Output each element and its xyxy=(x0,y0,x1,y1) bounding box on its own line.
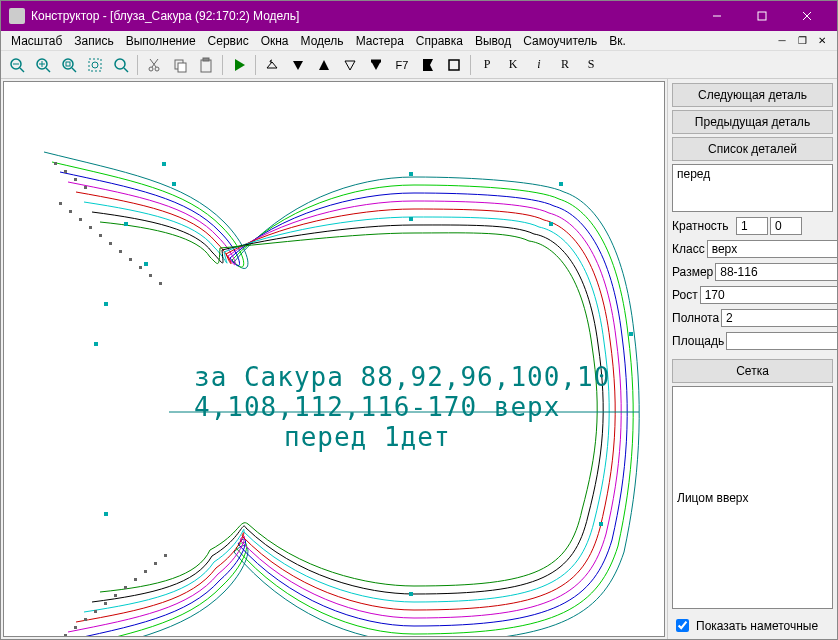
zoom-out-icon[interactable] xyxy=(5,53,29,77)
f7-button[interactable]: F7 xyxy=(390,53,414,77)
s-button[interactable]: S xyxy=(579,53,603,77)
svg-rect-56 xyxy=(69,210,72,213)
toolbar-separator xyxy=(222,55,223,75)
pattern-canvas[interactable]: за Сакура 88,92,96,100,10 4,108,112,116-… xyxy=(3,81,665,637)
side-panel: Следующая деталь Предыдущая деталь Списо… xyxy=(667,79,837,639)
menu-vyvod[interactable]: Вывод xyxy=(469,32,517,50)
menu-vypolnenie[interactable]: Выполнение xyxy=(120,32,202,50)
menu-samouchitel[interactable]: Самоучитель xyxy=(517,32,603,50)
menu-mastera[interactable]: Мастера xyxy=(350,32,410,50)
svg-rect-67 xyxy=(64,634,67,637)
kratnost-input-1[interactable] xyxy=(736,217,768,235)
kratnost-label: Кратность xyxy=(672,219,734,233)
svg-rect-61 xyxy=(119,250,122,253)
mdi-minimize-button[interactable]: ─ xyxy=(773,33,791,49)
menu-model[interactable]: Модель xyxy=(295,32,350,50)
svg-rect-45 xyxy=(629,332,633,336)
polnota-input[interactable] xyxy=(721,309,838,327)
menu-masshtab[interactable]: Масштаб xyxy=(5,32,68,50)
minimize-button[interactable] xyxy=(694,1,739,31)
svg-marker-29 xyxy=(345,61,355,70)
copy-icon[interactable] xyxy=(168,53,192,77)
svg-line-8 xyxy=(46,68,50,72)
svg-rect-37 xyxy=(124,222,128,226)
svg-rect-71 xyxy=(104,602,107,605)
paste-icon[interactable] xyxy=(194,53,218,77)
svg-point-15 xyxy=(92,62,98,68)
box-icon[interactable] xyxy=(442,53,466,77)
svg-rect-58 xyxy=(89,226,92,229)
toolbar: F7 P K i R S xyxy=(1,51,837,79)
svg-marker-32 xyxy=(423,59,433,71)
svg-rect-38 xyxy=(144,262,148,266)
svg-rect-52 xyxy=(64,170,67,173)
detail-list-button[interactable]: Список деталей xyxy=(672,137,833,161)
svg-rect-1 xyxy=(758,12,766,20)
svg-rect-42 xyxy=(409,217,413,221)
menu-okna[interactable]: Окна xyxy=(255,32,295,50)
app-icon xyxy=(9,8,25,24)
toolbar-separator xyxy=(255,55,256,75)
svg-rect-41 xyxy=(409,172,413,176)
mdi-restore-button[interactable]: ❐ xyxy=(793,33,811,49)
tri-down2-icon[interactable] xyxy=(338,53,362,77)
kratnost-input-2[interactable] xyxy=(770,217,802,235)
p-button[interactable]: P xyxy=(475,53,499,77)
menu-spravka[interactable]: Справка xyxy=(410,32,469,50)
svg-rect-25 xyxy=(203,58,209,61)
hanger-icon[interactable] xyxy=(260,53,284,77)
svg-rect-33 xyxy=(449,60,459,70)
svg-line-12 xyxy=(72,68,76,72)
svg-rect-57 xyxy=(79,218,82,221)
zoom-in-icon[interactable] xyxy=(31,53,55,77)
svg-rect-23 xyxy=(178,63,186,72)
next-detail-button[interactable]: Следующая деталь xyxy=(672,83,833,107)
show-basting-checkbox[interactable] xyxy=(676,619,689,632)
prev-detail-button[interactable]: Предыдущая деталь xyxy=(672,110,833,134)
menu-vk[interactable]: Вк. xyxy=(603,32,632,50)
klass-input[interactable] xyxy=(707,240,838,258)
svg-rect-50 xyxy=(104,512,108,516)
svg-rect-65 xyxy=(159,282,162,285)
svg-rect-74 xyxy=(134,578,137,581)
tri-down-icon[interactable] xyxy=(286,53,310,77)
cut-icon[interactable] xyxy=(142,53,166,77)
svg-rect-76 xyxy=(154,562,157,565)
razmer-label: Размер xyxy=(672,265,713,279)
razmer-input[interactable] xyxy=(715,263,838,281)
svg-rect-63 xyxy=(139,266,142,269)
flag2-icon[interactable] xyxy=(416,53,440,77)
ploshad-input[interactable] xyxy=(726,332,838,350)
i-button[interactable]: i xyxy=(527,53,551,77)
face-direction-input[interactable] xyxy=(672,386,833,609)
k-button[interactable]: K xyxy=(501,53,525,77)
rost-input[interactable] xyxy=(700,286,838,304)
canvas-text-line3: пеpед 1дет xyxy=(284,422,451,452)
close-button[interactable] xyxy=(784,1,829,31)
mdi-close-button[interactable]: ✕ xyxy=(813,33,831,49)
svg-rect-75 xyxy=(144,570,147,573)
menu-zapis[interactable]: Запись xyxy=(68,32,119,50)
maximize-button[interactable] xyxy=(739,1,784,31)
zoom-reset-icon[interactable] xyxy=(109,53,133,77)
grid-button[interactable]: Сетка xyxy=(672,359,833,383)
detail-name-field[interactable] xyxy=(672,164,833,212)
canvas-text-line1: за Сакура 88,92,96,100,10 xyxy=(194,362,610,392)
flag-icon[interactable] xyxy=(364,53,388,77)
svg-marker-28 xyxy=(319,60,329,70)
svg-rect-60 xyxy=(109,242,112,245)
svg-rect-54 xyxy=(84,186,87,189)
svg-rect-69 xyxy=(84,618,87,621)
zoom-window-icon[interactable] xyxy=(57,53,81,77)
r-button[interactable]: R xyxy=(553,53,577,77)
svg-point-16 xyxy=(115,59,125,69)
svg-rect-73 xyxy=(124,586,127,589)
svg-rect-68 xyxy=(74,626,77,629)
run-icon[interactable] xyxy=(227,53,251,77)
zoom-fit-icon[interactable] xyxy=(83,53,107,77)
tri-up-icon[interactable] xyxy=(312,53,336,77)
ploshad-label: Площадь xyxy=(672,334,724,348)
menu-servis[interactable]: Сервис xyxy=(202,32,255,50)
svg-rect-72 xyxy=(114,594,117,597)
svg-rect-35 xyxy=(162,162,166,166)
